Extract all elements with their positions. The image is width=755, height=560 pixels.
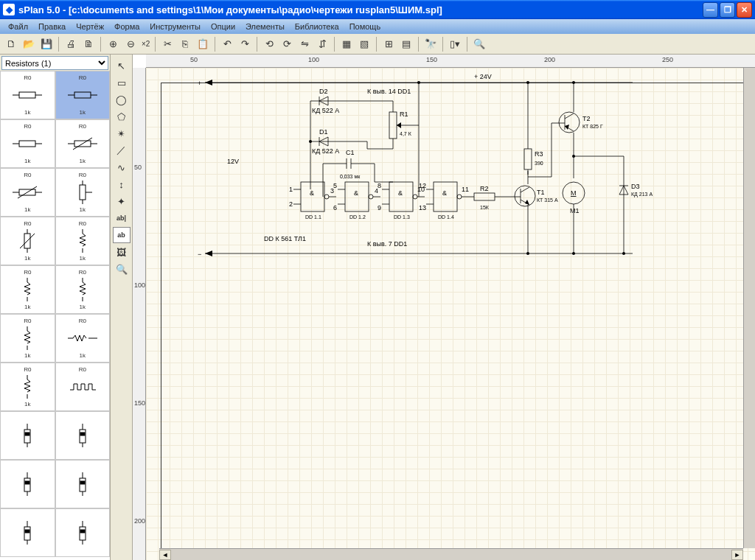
binoculars-icon[interactable]: 🔭 [422,36,439,52]
palette-item[interactable]: R01k [0,71,55,119]
svg-point-114 [324,195,329,199]
palette-item[interactable]: R01k [0,363,55,411]
copy-button[interactable]: ⎘ [177,36,193,52]
svg-marker-62 [205,80,212,85]
cut-button[interactable]: ✂ [159,36,175,52]
open-button[interactable]: 📂 [21,36,37,52]
menu-library[interactable]: Библиотека [290,21,344,32]
svg-text:13: 13 [419,204,426,211]
menu-tools[interactable]: Инструменты [145,21,206,32]
new-button[interactable]: 🗋 [3,36,19,52]
close-button[interactable]: ✕ [737,2,752,18]
palette-item[interactable] [0,460,55,508]
group-button[interactable]: ▦ [338,36,355,52]
palette-item[interactable]: R01k [0,119,55,168]
palette-item[interactable] [55,460,111,508]
window-title: sPlan 5.0 - [c:\documents and settings\1… [18,4,703,15]
svg-marker-174 [565,125,569,130]
print-button[interactable]: 🖨 [63,36,79,52]
minimize-button[interactable]: — [703,2,718,18]
palette-item[interactable]: R0 [55,363,111,411]
redo-button[interactable]: ↷ [237,36,253,52]
svg-text:КД 522 А: КД 522 А [312,147,339,155]
ungroup-button[interactable]: ▧ [356,36,372,52]
svg-rect-84 [389,112,397,139]
rect-tool[interactable]: ▭ [113,74,131,91]
flip-h-button[interactable]: ⇋ [296,36,313,52]
separator [442,37,443,52]
drawing-canvas[interactable]: + + 24V К выв. 14 DD1 − DD К 561 ТЛ1 К в… [146,68,755,560]
svg-rect-56 [25,530,29,533]
preview-button[interactable]: 🗎 [80,36,97,52]
bezier-tool[interactable]: ∿ [113,159,131,175]
palette-item[interactable]: R01k [55,314,111,363]
menu-help[interactable]: Помощь [344,21,386,32]
menu-edit[interactable]: Правка [33,21,71,32]
horizontal-scrollbar[interactable]: ◄► [159,548,743,560]
library-select[interactable]: Resistors (1) [1,56,108,70]
circle-tool[interactable]: ◯ [113,91,131,108]
component-palette: R01kR01kR01kR01kR01kR01kR01kR01kR01kR01k… [0,71,110,560]
svg-text:6: 6 [333,204,337,211]
app-icon: ◆ [3,4,15,15]
palette-item[interactable]: R01k [55,217,111,265]
special-tool[interactable]: ✴ [113,125,131,141]
svg-text:0,033 мк: 0,033 мк [340,174,361,179]
paste-button[interactable]: 📋 [195,36,211,52]
grid-button[interactable]: ▤ [398,36,414,52]
text-tool[interactable]: ab| [113,210,131,226]
menu-elements[interactable]: Элементы [240,21,290,32]
palette-item[interactable]: R01k [0,217,55,265]
palette-item[interactable]: R01k [55,119,111,168]
save-button[interactable]: 💾 [38,36,55,52]
svg-text:M1: M1 [570,207,580,214]
vertical-ruler: 50100150200 [133,68,146,560]
palette-item[interactable] [55,508,111,557]
snap-button[interactable]: ⊞ [380,36,397,52]
svg-text:КТ 825 Г: КТ 825 Г [582,124,603,129]
vertical-scrollbar[interactable] [743,68,755,548]
palette-item[interactable] [0,411,55,460]
node-tool[interactable]: ✦ [113,193,131,209]
separator [467,37,467,52]
undo-button[interactable]: ↶ [219,36,235,52]
textblock-tool[interactable]: ab [113,227,131,243]
svg-text:DD К 561 ТЛ1: DD К 561 ТЛ1 [264,235,306,242]
palette-item[interactable] [0,508,55,557]
svg-point-197 [572,155,575,158]
svg-rect-54 [24,527,30,540]
svg-text:DD 1.1: DD 1.1 [305,214,321,220]
magnifier-icon[interactable]: 🔍 [471,36,487,52]
page-button[interactable]: ▯▾ [447,36,463,52]
palette-item[interactable]: R01k [55,265,111,314]
menu-file[interactable]: Файл [3,21,33,32]
zoom-tool[interactable]: 🔍 [113,261,131,277]
svg-rect-7 [19,141,35,147]
zoom-out-button[interactable]: ⊖ [122,36,139,52]
palette-item[interactable]: R01k [55,168,111,217]
zoom-in-button[interactable]: ⊕ [105,36,121,52]
svg-text:M: M [571,189,577,197]
image-tool[interactable]: 🖼 [113,244,131,260]
palette-item[interactable]: R01k [0,265,55,314]
palette-item[interactable]: R01k [0,168,55,217]
polygon-tool[interactable]: ⬠ [113,108,131,125]
palette-item[interactable] [55,411,111,460]
dimension-tool[interactable]: ↕ [113,176,131,192]
rotate-right-button[interactable]: ⟳ [279,36,295,52]
menu-options[interactable]: Опции [206,21,240,32]
pointer-tool[interactable]: ↖ [113,57,131,74]
svg-rect-42 [80,430,86,443]
rotate-left-button[interactable]: ⟲ [261,36,277,52]
flip-v-button[interactable]: ⇵ [314,36,330,52]
svg-rect-48 [25,481,29,484]
schematic-drawing[interactable]: + + 24V К выв. 14 DD1 − DD К 561 ТЛ1 К в… [175,68,736,304]
palette-item[interactable]: R01k [55,71,111,119]
menu-shape[interactable]: Форма [109,21,145,32]
palette-item[interactable]: R01k [0,314,55,363]
horizontal-ruler: 50100150200250 [146,55,755,68]
svg-text:T1: T1 [537,189,545,196]
maximize-button[interactable]: ❐ [720,2,735,18]
menu-drawing[interactable]: Чертёж [71,21,109,32]
line-tool[interactable]: ／ [113,142,131,158]
